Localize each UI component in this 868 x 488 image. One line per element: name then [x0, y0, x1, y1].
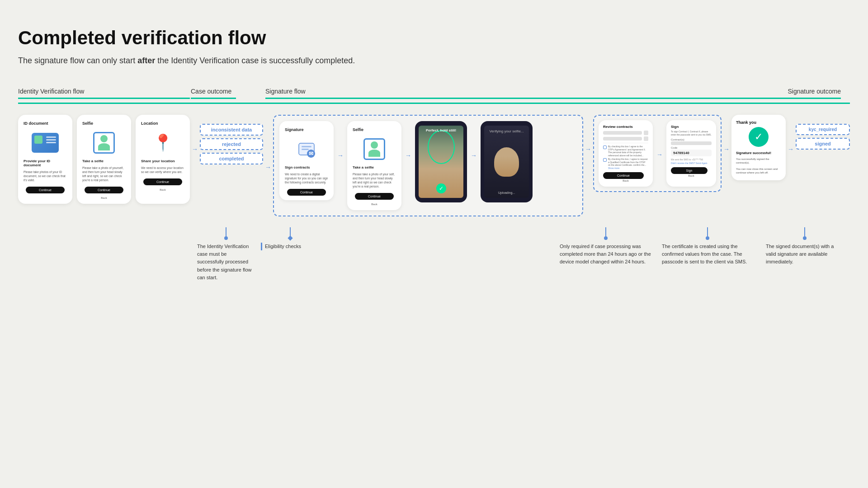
thankyou-success-desc: You successfully signed the contract(s). — [736, 157, 781, 165]
sign-title: Sign — [671, 125, 712, 129]
location-icon: 📍 — [153, 133, 173, 152]
review-to-sign-arrow: → — [656, 151, 663, 187]
sig-to-review-arrow: → — [585, 145, 591, 153]
sig-flow-label: Signature flow — [265, 88, 760, 99]
verifying-face-sim — [494, 147, 519, 177]
selfie-person — [98, 135, 110, 150]
selfie-head — [100, 135, 108, 142]
iv-cards-group: ID document Provide your ID document Ple… — [18, 115, 190, 204]
sig-selfie-back-link[interactable]: Back — [371, 203, 377, 206]
main-flow-row: ID document Provide your ID document Ple… — [18, 115, 850, 216]
contract-item-1 — [603, 131, 648, 135]
contract-dl-2 — [644, 136, 648, 141]
id-doc-icon-area — [29, 129, 61, 156]
checkbox-2[interactable] — [603, 158, 607, 162]
svg-rect-2 — [302, 149, 309, 150]
live-selfie-check: ✓ — [436, 183, 446, 193]
certificate-note-col: The certificate is created using the con… — [656, 227, 760, 266]
live-selfie-card: Perfect, hold still! ✓ — [415, 121, 467, 202]
checkbox-1[interactable] — [603, 145, 607, 149]
sig-selfie-body — [368, 150, 380, 157]
id-doc-icon — [32, 133, 59, 153]
signature-continue-btn[interactable]: Continue — [287, 189, 326, 196]
sig-cards-inner: Signature ✉ Sign contracts We need to cr… — [279, 121, 533, 210]
sig-selfie-icon — [363, 137, 386, 161]
code-label: Code — [671, 146, 712, 149]
certificate-note: The certificate is created using the con… — [658, 243, 757, 266]
sig-flow-notes-area: Eligibility checks Only required if case… — [261, 227, 656, 266]
selfie-continue-btn[interactable]: Continue — [85, 187, 123, 193]
signed-note-line — [804, 227, 805, 236]
signed-note-dot — [803, 236, 807, 240]
selfie-note-line — [605, 227, 606, 236]
location-card: Location 📍 Share your location We need t… — [136, 115, 190, 204]
page-subtitle: The signature flow can only start after … — [18, 56, 850, 66]
sign-desc: To sign Contract I, Contract II, please … — [671, 130, 712, 136]
contracts-placeholder — [671, 141, 712, 145]
eligibility-note-col: Eligibility checks — [261, 227, 320, 266]
outcome-signed: signed — [796, 138, 850, 150]
outcome-kyc-required: kyc_required — [796, 124, 850, 135]
signature-card: Signature ✉ Sign contracts We need to cr… — [279, 121, 334, 200]
face-to-verify-arrow: → — [471, 152, 477, 159]
sign-to-thankyou-arrow: → — [723, 145, 730, 153]
flow-headers: Identity Verification flow Case outcome … — [18, 87, 850, 99]
sig-selfie-icon-area — [359, 136, 390, 163]
thankyou-to-outcome-arrow: → — [788, 145, 794, 153]
case-to-sig-arrow: → — [265, 164, 271, 171]
id-document-card: ID document Provide your ID document Ple… — [18, 115, 72, 204]
iv-flow-label: Identity Verification flow — [18, 88, 190, 99]
sig-outcome-label: Signature outcome — [760, 88, 841, 99]
iv-to-case-arrow: → — [192, 145, 198, 153]
location-continue-btn[interactable]: Continue — [143, 178, 182, 185]
checkbox-row-2: By checking this box, I agree to request… — [603, 158, 648, 169]
thankyou-title: Thank you — [736, 120, 756, 125]
sig-selfie-person — [368, 141, 380, 157]
thankyou-checkmark: ✓ — [749, 127, 769, 147]
sign-btn[interactable]: Sign — [671, 167, 708, 174]
thankyou-close-desc: You can now close this screen and contin… — [736, 167, 781, 175]
sig-selfie-desc-text: Please take a photo of your self, and th… — [353, 172, 396, 188]
sign-resend-link[interactable]: Didn't receive the SMS? Send Again — [671, 162, 712, 164]
location-icon-area: 📍 — [147, 129, 179, 156]
live-selfie-photo: Perfect, hold still! ✓ — [419, 126, 463, 198]
signature-desc-title: Sign contracts — [285, 165, 310, 169]
sig-outcome-header-area: Signature outcome — [760, 87, 850, 99]
live-selfie-screen: Perfect, hold still! ✓ — [419, 126, 463, 198]
certificate-note-connector — [658, 227, 757, 240]
signed-docs-note-connector — [762, 227, 847, 240]
selfie-label: Selfie — [82, 121, 93, 126]
selfie-back-link[interactable]: Back — [101, 197, 107, 199]
id-doc-desc-title: Provide your ID document — [24, 159, 67, 167]
contract-line-2 — [603, 137, 642, 141]
thankyou-card: Thank you ✓ Signature successful! You su… — [731, 115, 786, 180]
verifying-card: Verifying your selfie... Uploading... — [481, 121, 533, 202]
review-contracts-card: Review contracts By checking this box I … — [599, 120, 653, 187]
selfie-icon — [92, 131, 116, 155]
page-title: Completed verification flow — [18, 27, 850, 49]
id-doc-continue-btn[interactable]: Continue — [26, 187, 65, 193]
thankyou-success-title: Signature successful! — [736, 151, 771, 155]
sig-selfie-continue-btn[interactable]: Continue — [355, 193, 394, 200]
outcome-rejected: rejected — [200, 138, 263, 150]
selfie-icon-area — [88, 129, 120, 156]
svg-text:✉: ✉ — [309, 150, 313, 157]
verifying-screen-content: Verifying your selfie... Uploading... — [484, 126, 529, 198]
sign-back-link[interactable]: Back — [671, 174, 712, 177]
review-contracts-title: Review contracts — [603, 125, 648, 129]
review-contracts-continue-btn[interactable]: Continue — [603, 172, 644, 179]
contracts-label: Contract(s) — [671, 138, 712, 141]
outcome-completed: completed — [200, 153, 263, 164]
review-contracts-back-link[interactable]: Back — [603, 179, 648, 182]
sig-selfie-arrow: → — [337, 152, 344, 159]
checkbox-text-2: By checking this box, I agree to request… — [608, 158, 648, 169]
cert-note-line — [707, 227, 708, 236]
case-outcome-note: The Identity Verification case must be s… — [193, 243, 258, 281]
location-back-link[interactable]: Back — [160, 188, 165, 191]
sig-selfie-label: Selfie — [353, 127, 363, 132]
case-outcome-note-col: The Identity Verification case must be s… — [191, 227, 261, 281]
selfie-note-dot — [604, 236, 608, 240]
case-outcome-label: Case outcome — [191, 88, 236, 99]
sign-code-value[interactable]: 54789140 — [671, 150, 712, 156]
signature-desc-text: We need to create a digital signature fo… — [285, 172, 328, 184]
